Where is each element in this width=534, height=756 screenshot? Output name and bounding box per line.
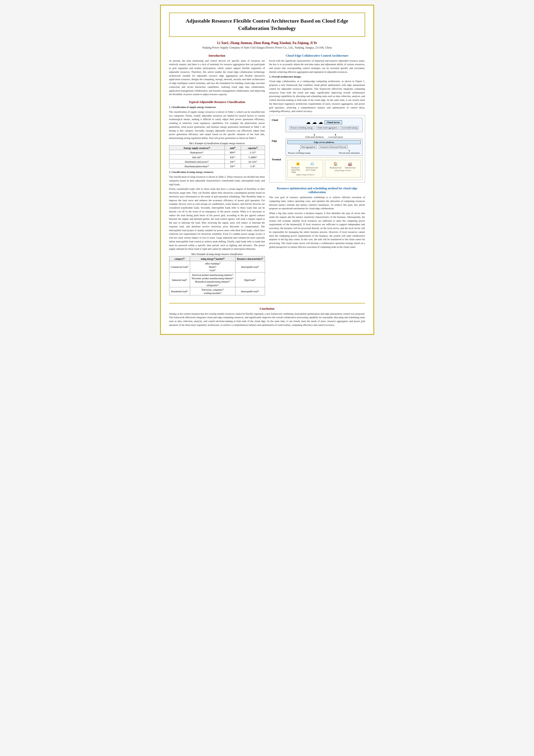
cloud-icon-2: ☁: [312, 120, 317, 125]
industrial-load-item: 🏭 Industrial load: [344, 161, 356, 169]
authors: Li Xue1, Zhang Jiannan, Zhou Hang, Pang …: [169, 41, 365, 45]
conclusion-text: Aiming at the current situation that the…: [169, 312, 365, 327]
table2-header-1: using energy△ market△: [190, 256, 236, 261]
cloud-edge-section: Cloud Edge Collaborative Control Archite…: [269, 54, 365, 183]
introduction-section: Introduction At present, the state monit…: [169, 54, 265, 96]
using-energy-group: 🏠 Residential load 🏭 Industrial load: [325, 160, 361, 177]
resource-scheduling-edge: ⬆ Resource scheduling strategy: [288, 150, 311, 154]
table1-header-0: Energy supply resources△: [169, 145, 225, 150]
poster: Adjustable Resource Flexible Control Arc…: [160, 5, 374, 335]
right-column: Cloud Edge Collaborative Control Archite…: [269, 54, 365, 299]
title-box: Adjustable Resource Flexible Control Arc…: [169, 13, 365, 37]
classification-section: Typical Adjustable Resource Classificati…: [169, 100, 265, 295]
two-col-layout: Introduction At present, the state monit…: [169, 54, 365, 299]
introduction-text: At present, the state monitoring and con…: [169, 59, 265, 96]
edge-label: Edge: [272, 139, 284, 142]
table1-header-2: capacity△: [241, 145, 265, 150]
supply-energy-group: 🌞 Distributed photovoltaic supply 💨 Dist…: [287, 160, 323, 177]
conclusion-section: Conclusion Aiming at the current situati…: [169, 303, 365, 327]
global-model-distribution: Global model distribution: [305, 136, 324, 138]
resource-optimization-section: Resource optimization and scheduling met…: [269, 186, 365, 249]
classification-text: 1. Classification of supply energy resou…: [169, 105, 265, 140]
distributed-wind-item: 💨 Distributed wind power energy: [306, 161, 319, 173]
network-status: ⬆ Network status information: [339, 150, 360, 154]
local-model-upload: Local model upload: [328, 136, 343, 138]
wind-turbine-icon: 💨: [309, 161, 316, 166]
table1-header-1: unit△: [225, 145, 241, 150]
main-title: Adjustable Resource Flexible Control Arc…: [174, 17, 360, 32]
resource-scheduling-box: Resource scheduling strategy: [289, 126, 315, 130]
local-model-training-box: Local model training: [340, 126, 359, 130]
cloud-label: Cloud: [272, 118, 284, 121]
cloud-edge-text: Faced with the significant characteristi…: [269, 59, 365, 114]
cloud-icon-3: ☁: [318, 120, 323, 125]
cloud-edge-arrows: ⬇ Global model distribution ⬆ Local mode…: [272, 134, 362, 138]
cloud-edge-title: Cloud Edge Collaborative Control Archite…: [269, 54, 365, 58]
table-row: Commercial load△ office building△Hotels△…: [169, 261, 265, 272]
terminal-label: Terminal: [272, 157, 284, 161]
resource-optimization-title: Resource optimization and scheduling met…: [269, 186, 365, 194]
table-row: Distributed wind power△ kW△ 20~210△: [169, 159, 265, 164]
residential-load-item: 🏠 Residential load: [329, 161, 342, 169]
edge-service-platform: Edge service platform: [287, 140, 361, 144]
cloud-icon-1: ☁: [306, 120, 311, 125]
cloud-server-label: Cloud server: [324, 120, 342, 124]
table-row: Industrial load△ Electrical product manu…: [169, 272, 265, 287]
global-model-aggregation-box: Global model aggregation: [316, 126, 339, 130]
resource-optimization-text: The core goal of resource optimization s…: [269, 196, 365, 249]
table-row: fuel cell△ kW△ 5~4000△: [169, 154, 265, 159]
classification-title: Typical Adjustable Resource Classificati…: [169, 100, 265, 104]
supply-energy-label: supply energy resources: [289, 174, 322, 176]
generative-adversarial-box: Generative Adversarial Network: [319, 145, 348, 149]
table1-caption: Tab.1 Example of classification of suppl…: [169, 142, 265, 145]
table-row: Residential load△ Television, computers△…: [169, 287, 265, 295]
table2: Tab.2 Example of using energy resource c…: [169, 253, 265, 295]
left-column: Introduction At present, the state monit…: [169, 54, 265, 299]
table-row: Distributed photovoltaic△ kW△ 2~8△: [169, 164, 265, 168]
factory-icon: 🏭: [347, 161, 353, 166]
solar-panel-icon: 🌞: [295, 161, 301, 166]
introduction-title: Introduction: [169, 54, 265, 58]
table-row: Hydropower△ MW△ 3~23△: [169, 150, 265, 154]
table2-header-0: category△: [169, 256, 190, 261]
table2-header-2: Resource characteristics△: [236, 256, 265, 261]
affiliation: Nanjing Power Supply Company of State Gr…: [169, 46, 365, 49]
conclusion-title: Conclusion: [169, 307, 365, 310]
table2-caption: Tab.2 Example of using energy resource c…: [169, 253, 265, 256]
using-energy-label: using energy resource: [326, 169, 359, 172]
architecture-diagram: Cloud ☁ ☁ ☁ Cloud server Resource schedu…: [269, 115, 365, 183]
home-icon: 🏠: [332, 161, 339, 166]
distributed-pv-item: 🌞 Distributed photovoltaic supply: [292, 161, 304, 173]
classification-text2: 2. Classification of using energy resour…: [169, 170, 265, 251]
table1: Tab.1 Example of classification of suppl…: [169, 142, 265, 169]
data-aggregation-box: Data aggregation: [300, 145, 317, 149]
